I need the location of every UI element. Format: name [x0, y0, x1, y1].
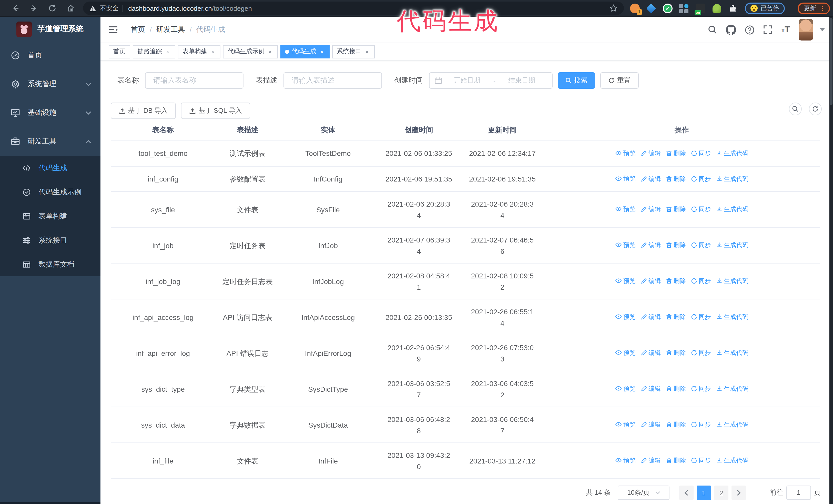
page-button-2[interactable]: 2: [714, 485, 729, 500]
page-button-1[interactable]: 1: [697, 485, 711, 500]
preview-link[interactable]: 预览: [615, 275, 636, 287]
sync-link[interactable]: 同步: [691, 173, 711, 184]
extension-icon-5[interactable]: on: [696, 3, 705, 13]
extension-icon-2[interactable]: [646, 3, 657, 13]
delete-link[interactable]: 删除: [666, 173, 686, 184]
page-scrollbar[interactable]: [829, 17, 833, 504]
generate-link[interactable]: 生成代码: [716, 347, 748, 359]
generate-link[interactable]: 生成代码: [716, 455, 748, 466]
search-button[interactable]: 搜索: [558, 72, 595, 89]
page-size-select[interactable]: 10条/页: [618, 485, 669, 500]
fullscreen-icon[interactable]: [763, 25, 772, 34]
close-tag-icon[interactable]: ×: [165, 48, 171, 55]
sidebar-item-infra[interactable]: 基础设施: [0, 98, 100, 127]
import-db-button[interactable]: 基于 DB 导入: [111, 102, 176, 119]
date-range-picker[interactable]: 开始日期 - 结束日期: [429, 72, 553, 89]
sync-link[interactable]: 同步: [691, 204, 711, 215]
bookmark-star-icon[interactable]: [610, 4, 618, 12]
delete-link[interactable]: 删除: [666, 240, 686, 251]
sidebar-item-form-builder[interactable]: 表单构建: [0, 204, 100, 228]
edit-link[interactable]: 编辑: [641, 419, 661, 430]
sidebar-item-codegen-example[interactable]: 代码生成示例: [0, 180, 100, 204]
preview-link[interactable]: 预览: [615, 147, 636, 159]
preview-link[interactable]: 预览: [615, 383, 636, 394]
generate-link[interactable]: 生成代码: [716, 204, 748, 215]
reset-button[interactable]: 重置: [600, 72, 639, 89]
address-bar[interactable]: 不安全 dashboard.yudao.iocoder.cn/tool/code…: [83, 2, 624, 15]
preview-link[interactable]: 预览: [615, 347, 636, 358]
next-page-button[interactable]: [732, 485, 746, 500]
generate-link[interactable]: 生成代码: [716, 173, 748, 184]
extension-icon-1[interactable]: 1: [630, 3, 640, 13]
preview-link[interactable]: 预览: [615, 455, 636, 466]
edit-link[interactable]: 编辑: [641, 173, 661, 184]
delete-link[interactable]: 删除: [666, 383, 686, 394]
preview-link[interactable]: 预览: [615, 203, 636, 215]
breadcrumb-home[interactable]: 首页: [131, 25, 145, 34]
tag-表单构建[interactable]: 表单构建×: [178, 45, 220, 58]
sidebar-item-system[interactable]: 系统管理: [0, 70, 100, 98]
security-label[interactable]: 不安全: [100, 4, 118, 13]
edit-link[interactable]: 编辑: [641, 347, 661, 359]
sync-link[interactable]: 同步: [691, 383, 711, 394]
table-desc-input[interactable]: 请输入表描述: [284, 72, 382, 89]
prev-page-button[interactable]: [679, 485, 694, 500]
reload-icon[interactable]: [43, 2, 62, 15]
close-tag-icon[interactable]: ×: [267, 48, 273, 55]
sync-link[interactable]: 同步: [691, 240, 711, 251]
delete-link[interactable]: 删除: [666, 275, 686, 287]
hamburger-icon[interactable]: [109, 26, 118, 34]
toggle-search-button[interactable]: [789, 102, 802, 115]
edit-link[interactable]: 编辑: [641, 311, 661, 323]
preview-link[interactable]: 预览: [615, 419, 636, 430]
tag-代码生成示例[interactable]: 代码生成示例×: [223, 45, 278, 58]
back-icon[interactable]: [6, 2, 25, 15]
delete-link[interactable]: 删除: [666, 148, 686, 159]
user-avatar[interactable]: [799, 19, 813, 41]
preview-link[interactable]: 预览: [615, 173, 636, 184]
extension-icon-6[interactable]: [713, 4, 721, 13]
close-tag-icon[interactable]: ×: [210, 48, 216, 55]
avatar-caret-icon[interactable]: [820, 28, 825, 31]
close-tag-icon[interactable]: ×: [364, 48, 370, 55]
edit-link[interactable]: 编辑: [641, 275, 661, 287]
edit-link[interactable]: 编辑: [641, 383, 661, 394]
generate-link[interactable]: 生成代码: [716, 275, 748, 287]
preview-link[interactable]: 预览: [615, 239, 636, 251]
edit-link[interactable]: 编辑: [641, 204, 661, 215]
sidebar-item-codegen[interactable]: 代码生成: [0, 156, 100, 180]
generate-link[interactable]: 生成代码: [716, 419, 748, 430]
edit-link[interactable]: 编辑: [641, 148, 661, 159]
generate-link[interactable]: 生成代码: [716, 311, 748, 323]
close-tag-icon[interactable]: ×: [319, 48, 325, 55]
edit-link[interactable]: 编辑: [641, 455, 661, 466]
breadcrumb-devtools[interactable]: 研发工具: [156, 25, 185, 34]
sidebar-item-home[interactable]: 首页: [0, 41, 100, 70]
tag-代码生成[interactable]: 代码生成×: [280, 45, 330, 58]
import-sql-button[interactable]: 基于 SQL 导入: [181, 102, 251, 119]
sync-link[interactable]: 同步: [691, 275, 711, 287]
extension-icon-4[interactable]: [679, 3, 689, 13]
sync-link[interactable]: 同步: [691, 347, 711, 359]
sync-link[interactable]: 同步: [691, 148, 711, 159]
tag-链路追踪[interactable]: 链路追踪×: [133, 45, 175, 58]
extensions-puzzle-icon[interactable]: [729, 3, 738, 13]
home-icon[interactable]: [62, 2, 80, 15]
extension-icon-3[interactable]: ✓: [663, 3, 672, 13]
profile-paused-pill[interactable]: 已暂停: [745, 2, 785, 14]
refresh-table-button[interactable]: [809, 102, 822, 115]
table-name-input[interactable]: 请输入表名称: [145, 72, 243, 89]
tag-系统接口[interactable]: 系统接口×: [332, 45, 375, 58]
edit-link[interactable]: 编辑: [641, 240, 661, 251]
delete-link[interactable]: 删除: [666, 311, 686, 323]
sidebar-item-system-api[interactable]: 系统接口: [0, 228, 100, 252]
preview-link[interactable]: 预览: [615, 311, 636, 322]
help-icon[interactable]: [745, 25, 755, 34]
tag-首页[interactable]: 首页: [109, 45, 130, 58]
delete-link[interactable]: 删除: [666, 455, 686, 466]
sidebar-item-db-doc[interactable]: 数据库文档: [0, 252, 100, 277]
search-icon[interactable]: [708, 25, 717, 34]
delete-link[interactable]: 删除: [666, 419, 686, 430]
delete-link[interactable]: 删除: [666, 347, 686, 359]
sync-link[interactable]: 同步: [691, 419, 711, 430]
